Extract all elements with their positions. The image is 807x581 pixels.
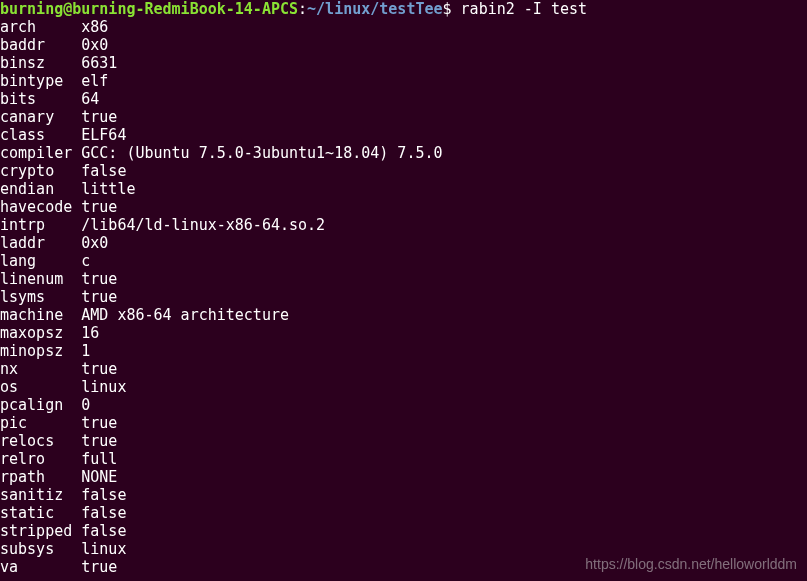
output-row: pic true [0,414,807,432]
output-row: sanitiz false [0,486,807,504]
output-row: lsyms true [0,288,807,306]
output-row: relro full [0,450,807,468]
output-row: canary true [0,108,807,126]
output-row: machine AMD x86-64 architecture [0,306,807,324]
command-text: rabin2 -I test [461,0,587,18]
output-row: intrp /lib64/ld-linux-x86-64.so.2 [0,216,807,234]
output-row: rpath NONE [0,468,807,486]
output-row: minopsz 1 [0,342,807,360]
watermark: https://blog.csdn.net/helloworlddm [585,555,797,573]
output-row: binsz 6631 [0,54,807,72]
output-row: lang c [0,252,807,270]
output-row: laddr 0x0 [0,234,807,252]
output-row: crypto false [0,162,807,180]
command-output: arch x86baddr 0x0binsz 6631bintype elfbi… [0,18,807,576]
user-host: burning@burning-RedmiBook-14-APCS [0,0,298,18]
terminal[interactable]: burning@burning-RedmiBook-14-APCS:~/linu… [0,0,807,576]
output-row: class ELF64 [0,126,807,144]
output-row: nx true [0,360,807,378]
prompt-symbol: $ [443,0,461,18]
output-row: havecode true [0,198,807,216]
output-row: baddr 0x0 [0,36,807,54]
output-row: relocs true [0,432,807,450]
output-row: static false [0,504,807,522]
output-row: compiler GCC: (Ubuntu 7.5.0-3ubuntu1~18.… [0,144,807,162]
output-row: endian little [0,180,807,198]
output-row: linenum true [0,270,807,288]
output-row: pcalign 0 [0,396,807,414]
output-row: stripped false [0,522,807,540]
output-row: bits 64 [0,90,807,108]
output-row: bintype elf [0,72,807,90]
prompt-colon: : [298,0,307,18]
output-row: arch x86 [0,18,807,36]
prompt-line: burning@burning-RedmiBook-14-APCS:~/linu… [0,0,807,18]
output-row: os linux [0,378,807,396]
output-row: maxopsz 16 [0,324,807,342]
working-directory: ~/linux/testTee [307,0,442,18]
